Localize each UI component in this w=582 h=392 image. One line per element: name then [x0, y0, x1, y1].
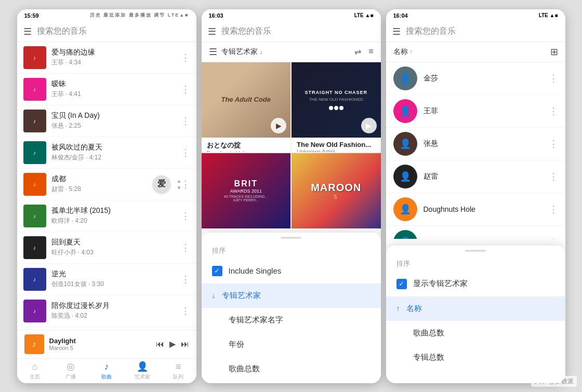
artist-item-5[interactable]: 👤 Doughnuts Hole ⋮ — [386, 193, 565, 226]
song-info-9: 陪你度过漫长岁月 陈奕迅 · 4:02 — [51, 301, 176, 320]
artist-item-2[interactable]: 👤 王菲 ⋮ — [386, 95, 565, 128]
song-item-8[interactable]: ♪ 逆光 创造101女孩 · 3:30 ⋮ — [17, 264, 196, 295]
phone2-menu-icon[interactable]: ☰ — [208, 26, 216, 37]
phone1-bottom-nav: ⌂ 主页 ◎ 广播 ♪ 歌曲 👤 艺术家 ≡ 队列 — [17, 358, 196, 383]
artist-avatar-4: 👤 — [393, 165, 417, 188]
dropdown-total-songs[interactable]: 歌曲总数 — [202, 357, 381, 381]
album-play-2[interactable]: ▶ — [361, 118, 377, 133]
phone3-artists-header: 名称 ↑ ⊞ — [386, 42, 565, 62]
artist-more-3[interactable]: ⋮ — [549, 138, 558, 150]
album-card-3[interactable]: BRIT AWARDS 2011 40 TRACKS INCLUDING... … — [202, 153, 291, 228]
song-more-1[interactable]: ⋮ — [181, 52, 190, 63]
phone1-search-placeholder[interactable]: 搜索您的音乐 — [37, 26, 87, 37]
nav-queue[interactable]: ≡ 队列 — [161, 359, 196, 383]
nav-home[interactable]: ⌂ 主页 — [17, 359, 53, 383]
song-title-6: 孤单北半球 (2015) — [51, 206, 176, 215]
prev-button[interactable]: ⏮ — [156, 340, 164, 349]
song-item-5[interactable]: ♪ 成都 赵雷 · 5:28 ⋮ 爱 ▲ ▼ — [17, 169, 196, 200]
dropdown-date-added[interactable]: 日期已添加 — [202, 381, 381, 383]
song-title-7: 回到夏天 — [51, 238, 176, 247]
artist-item-3[interactable]: 👤 张悬 ⋮ — [386, 128, 565, 160]
play-button[interactable]: ▶ — [169, 339, 176, 349]
phone3-grid-icon[interactable]: ⊞ — [550, 46, 558, 58]
song-item-3[interactable]: ♪ 宝贝 (In A Day) 张悬 · 2:25 ⋮ — [17, 105, 196, 137]
artist-more-4[interactable]: ⋮ — [549, 171, 558, 182]
nav-artists[interactable]: 👤 艺术家 — [125, 359, 161, 383]
phone3-dropdown-total-songs[interactable]: 歌曲总数 — [386, 321, 565, 345]
album-img-3: BRIT AWARDS 2011 40 TRACKS INCLUDING... … — [202, 153, 291, 228]
song-info-4: 被风吹过的夏天 林俊杰/金莎 · 4:12 — [51, 143, 176, 162]
phone3-dropdown: 排序 ✓ 显示专辑艺术家 ↑ 名称 歌曲总数 专辑总数 — [386, 246, 565, 383]
up-arrow-icon: ↑ — [396, 304, 400, 313]
home-label: 主页 — [30, 373, 40, 381]
artist-more-5[interactable]: ⋮ — [549, 204, 558, 215]
song-thumb-1: ♪ — [23, 46, 46, 69]
artist-more-6[interactable]: ⋮ — [549, 236, 558, 239]
player-controls: ⏮ ▶ ⏭ — [156, 339, 189, 349]
phone3-menu-icon[interactable]: ☰ — [392, 26, 401, 37]
song-item-2[interactable]: ♪ 暧昧 王菲 · 4:41 ⋮ — [17, 74, 196, 105]
songs-label: 歌曲 — [101, 373, 112, 381]
song-more-5[interactable]: ⋮ — [181, 179, 190, 190]
home-icon: ⌂ — [32, 361, 38, 372]
album-card-1[interactable]: The Adult Code ▶ おとなの掟 Doughnuts Hole — [202, 62, 291, 152]
dropdown-album-artist-name-label: 专辑艺术家名字 — [229, 315, 283, 325]
phone3-status-bar: 16:04 LTE ▲■ — [386, 9, 565, 22]
song-item-4[interactable]: ♪ 被风吹过的夏天 林俊杰/金莎 · 4:12 ⋮ — [17, 137, 196, 169]
song-item-6[interactable]: ♪ 孤单北半球 (2015) 欧得洋 · 4:20 ⋮ — [17, 200, 196, 232]
phone2-search-bar: ☰ 搜索您的音乐 — [202, 22, 381, 42]
phone2-status-icons: LTE ▲■ — [354, 12, 374, 18]
phone1-history-label: 历史 最近添加 最多播放 调节 LTE▲■ — [90, 12, 189, 19]
artist-name-6: Keira Knightley — [424, 238, 543, 239]
list-view-icon[interactable]: ≡ — [368, 47, 373, 57]
phone2-album-grid: The Adult Code ▶ おとなの掟 Doughnuts Hole ST… — [202, 62, 381, 228]
song-more-6[interactable]: ⋮ — [181, 210, 190, 222]
include-singles-item[interactable]: ✓ Include Singles — [202, 259, 381, 283]
dropdown-album-artist-name[interactable]: 专辑艺术家名字 — [202, 308, 381, 332]
album-img-2: STRAIGHT NO CHASER THE NEW OLD FASHIONED… — [292, 62, 381, 138]
song-more-9[interactable]: ⋮ — [181, 305, 190, 317]
artist-name-4: 赵雷 — [424, 172, 543, 181]
phone3-title-area[interactable]: 名称 ↑ — [393, 47, 550, 57]
phone2-dropdown: 排序 ✓ Include Singles ↓ 专辑艺术家 专辑艺术家名字 年份 … — [202, 233, 381, 383]
song-item-7[interactable]: ♪ 回到夏天 旺仔小乔 · 4:03 ⋮ — [17, 232, 196, 264]
phone3-dropdown-total-albums[interactable]: 专辑总数 — [386, 345, 565, 370]
show-album-artist-label: 显示专辑艺术家 — [413, 279, 468, 289]
phone2-header-title[interactable]: 专辑艺术家 ↓ — [221, 47, 263, 57]
song-more-8[interactable]: ⋮ — [181, 274, 190, 285]
phone3-dropdown-name[interactable]: ↑ 名称 — [386, 296, 565, 321]
song-meta-7: 旺仔小乔 · 4:03 — [51, 248, 176, 257]
song-more-4[interactable]: ⋮ — [181, 147, 190, 158]
include-singles-label: Include Singles — [229, 266, 282, 275]
phone2-search-placeholder[interactable]: 搜索您的音乐 — [221, 26, 271, 37]
dropdown-year-label: 年份 — [229, 340, 244, 349]
next-button[interactable]: ⏭ — [181, 340, 189, 349]
nav-radio[interactable]: ◎ 广播 — [53, 359, 89, 383]
phone3-search-placeholder[interactable]: 搜索您的音乐 — [406, 26, 456, 37]
song-item-1[interactable]: ♪ 爱与痛的边缘 王菲 · 4:34 ⋮ — [17, 42, 196, 74]
shuffle-icon[interactable]: ⇌ — [354, 47, 361, 57]
album-card-4[interactable]: MAROON 5 — [292, 153, 381, 228]
artist-item-4[interactable]: 👤 赵雷 ⋮ — [386, 160, 565, 193]
player-artist: Maroon 5 — [49, 345, 151, 351]
song-thumb-3: ♪ — [23, 110, 46, 132]
album-card-2[interactable]: STRAIGHT NO CHASER THE NEW OLD FASHIONED… — [292, 62, 381, 152]
song-more-7[interactable]: ⋮ — [181, 242, 190, 253]
dropdown-album-artist[interactable]: ↓ 专辑艺术家 — [202, 283, 381, 308]
artist-more-2[interactable]: ⋮ — [549, 105, 558, 117]
artist-more-1[interactable]: ⋮ — [549, 73, 558, 84]
song-more-2[interactable]: ⋮ — [181, 84, 190, 95]
song-more-3[interactable]: ⋮ — [181, 115, 190, 127]
nav-songs[interactable]: ♪ 歌曲 — [89, 359, 125, 383]
album-artist-1: Doughnuts Hole — [207, 150, 286, 152]
artist-item-6[interactable]: 👤 Keira Knightley ⋮ — [386, 226, 565, 239]
phone2-time: 16:03 — [209, 12, 223, 19]
album-play-1[interactable]: ▶ — [271, 118, 286, 133]
album-img-4: MAROON 5 — [292, 153, 381, 228]
dropdown-year[interactable]: 年份 — [202, 332, 381, 357]
song-item-9[interactable]: ♪ 陪你度过漫长岁月 陈奕迅 · 4:02 ⋮ — [17, 295, 196, 327]
song-info-6: 孤单北半球 (2015) 欧得洋 · 4:20 — [51, 206, 176, 225]
show-album-artist-item[interactable]: ✓ 显示专辑艺术家 — [386, 272, 565, 296]
phone1-menu-icon[interactable]: ☰ — [23, 26, 32, 37]
artist-item-1[interactable]: 👤 金莎 ⋮ — [386, 62, 565, 95]
